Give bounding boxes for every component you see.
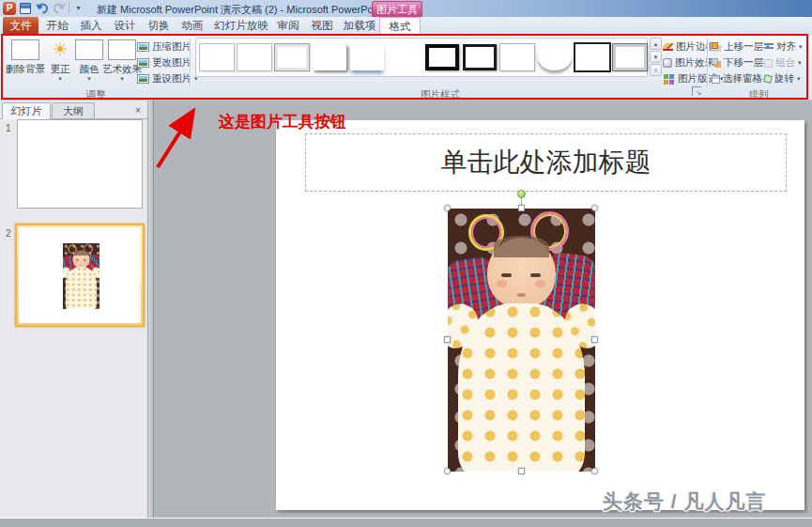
picture-layout-icon	[664, 74, 668, 79]
reset-picture-icon	[137, 74, 149, 84]
tab-transitions[interactable]: 切换	[145, 17, 173, 35]
picture-style-thumbnail[interactable]	[275, 44, 309, 70]
slide2-baby-photo-mini	[63, 243, 100, 309]
dialog-launcher-icon[interactable]: ↘	[692, 86, 701, 96]
corrections-button[interactable]: ☀ 更正 ▾	[46, 38, 74, 88]
annotation-arrow-icon	[146, 101, 207, 178]
tab-design[interactable]: 设计	[111, 17, 139, 35]
gallery-scroll-down-icon[interactable]: ▾	[650, 51, 662, 63]
slide2-number: 2	[6, 228, 11, 239]
tab-addins[interactable]: 加载项	[340, 17, 379, 35]
watermark-text: 头条号 / 凡人凡言	[603, 488, 767, 515]
tab-format-active[interactable]: 格式	[379, 17, 421, 35]
compress-picture-icon	[137, 42, 149, 52]
annotation-label: 这是图片工具按钮	[219, 111, 346, 132]
rotate-button[interactable]: 旋转 ▾	[764, 71, 801, 86]
arrange-group-label: 排列	[709, 88, 808, 100]
picture-style-thumbnail[interactable]	[500, 44, 534, 70]
dropdown-arrow-icon: ▾	[120, 76, 124, 81]
picture-style-thumbnail[interactable]	[313, 44, 346, 70]
tab-file[interactable]: 文件	[3, 17, 38, 35]
title-bar: P ▾ 新建 Microsoft PowerPoint 演示文稿 (2) - M…	[0, 0, 812, 17]
gallery-more-icon[interactable]: ▿	[650, 64, 662, 76]
picture-style-thumbnail[interactable]	[613, 44, 647, 70]
picture-style-thumbnail[interactable]	[237, 44, 271, 70]
artistic-effects-icon	[108, 39, 136, 60]
align-icon	[764, 43, 774, 51]
selection-handle[interactable]	[518, 205, 525, 211]
undo-icon[interactable]	[35, 2, 50, 15]
send-backward-button[interactable]: 下移一层 ▾	[712, 55, 770, 70]
selection-handle[interactable]	[444, 468, 451, 474]
picture-style-thumbnail[interactable]	[463, 44, 497, 70]
rotate-icon	[763, 74, 772, 83]
title-placeholder-text: 单击此处添加标题	[441, 145, 651, 180]
group-separator	[707, 39, 708, 87]
picture-style-thumbnail[interactable]	[538, 44, 572, 70]
selection-pane-button[interactable]: 选择窗格	[712, 71, 762, 86]
tab-slides[interactable]: 幻灯片	[2, 102, 51, 119]
align-button[interactable]: 对齐 ▾	[764, 39, 803, 54]
picture-effects-icon	[663, 58, 672, 68]
selection-handle[interactable]	[591, 468, 598, 474]
tab-home[interactable]: 开始	[43, 17, 71, 35]
powerpoint-window: P ▾ 新建 Microsoft PowerPoint 演示文稿 (2) - M…	[0, 0, 812, 527]
slide1-thumbnail[interactable]	[17, 119, 143, 209]
tab-slideshow[interactable]: 幻灯片放映	[212, 17, 270, 35]
dropdown-arrow-icon: ▾	[798, 59, 802, 67]
bring-forward-button[interactable]: 上移一层 ▾	[712, 39, 770, 54]
dropdown-arrow-icon: ▾	[58, 76, 62, 81]
qat-separator	[69, 3, 69, 13]
selection-handle[interactable]	[591, 205, 598, 211]
picture-style-thumbnail[interactable]	[388, 44, 421, 70]
remove-background-button[interactable]: 删除背景	[5, 38, 46, 88]
tab-review[interactable]: 审阅	[274, 17, 302, 35]
selection-handle[interactable]	[591, 336, 598, 343]
corrections-sun-icon: ☀	[52, 39, 68, 60]
picture-styles-gallery	[195, 38, 648, 77]
title-placeholder[interactable]: 单击此处添加标题	[305, 133, 787, 192]
qat-customize-icon[interactable]: ▾	[72, 2, 84, 15]
change-picture-button[interactable]: 更改图片	[137, 55, 192, 70]
selection-pane-icon	[712, 75, 720, 84]
tab-view[interactable]: 视图	[308, 17, 336, 35]
slides-panel: 幻灯片 大纲 × 1 2	[0, 101, 148, 518]
selection-handle[interactable]	[518, 468, 525, 474]
change-picture-icon	[137, 58, 149, 68]
tab-animations[interactable]: 动画	[178, 17, 207, 35]
close-icon[interactable]: ×	[131, 104, 145, 117]
bottom-strip	[0, 518, 812, 527]
slide1-number: 1	[6, 123, 11, 133]
picture-styles-group-label: 图片样式	[192, 88, 688, 100]
gallery-scroll-up-icon[interactable]: ▴	[650, 38, 662, 50]
artistic-effects-button[interactable]: 艺术效果 ▾	[103, 38, 141, 88]
ribbon-tab-row: 文件 开始 插入 设计 切换 动画 幻灯片放映 审阅 视图 加载项 格式	[0, 17, 812, 35]
baby-photo[interactable]	[448, 209, 595, 472]
adjust-group-label: 调整	[4, 88, 188, 100]
redo-icon	[52, 2, 67, 15]
reset-picture-button[interactable]: 重设图片 ▾	[137, 71, 198, 86]
picture-style-thumbnail[interactable]	[425, 44, 459, 70]
picture-style-thumbnail[interactable]	[575, 44, 609, 70]
selection-handle[interactable]	[444, 205, 451, 211]
slide2-thumbnail-content	[19, 227, 141, 323]
slide2-thumbnail-selected[interactable]	[15, 224, 145, 327]
pane-splitter[interactable]	[148, 101, 154, 518]
selection-handle[interactable]	[444, 336, 451, 343]
tab-insert[interactable]: 插入	[77, 17, 105, 35]
tab-outline[interactable]: 大纲	[52, 102, 95, 119]
compress-picture-button[interactable]: 压缩图片	[137, 39, 192, 54]
ribbon-picture-tools: 删除背景 ☀ 更正 ▾ 颜色 ▾ 艺术效果 ▾ 压缩图片 更改图片 重设图片	[0, 35, 812, 101]
save-icon[interactable]	[20, 3, 31, 14]
color-button[interactable]: 颜色 ▾	[75, 38, 103, 88]
picture-style-thumbnail[interactable]	[350, 44, 384, 70]
slides-panel-tabs: 幻灯片 大纲 ×	[0, 102, 148, 119]
app-icon[interactable]: P	[3, 2, 16, 15]
dropdown-arrow-icon: ▾	[799, 43, 803, 51]
picture-style-thumbnail[interactable]	[200, 44, 234, 70]
remove-background-icon	[11, 39, 39, 60]
dropdown-arrow-icon: ▾	[87, 76, 91, 81]
group-separator	[190, 39, 191, 87]
group-objects-icon	[764, 59, 773, 68]
rotation-handle[interactable]	[517, 190, 526, 198]
